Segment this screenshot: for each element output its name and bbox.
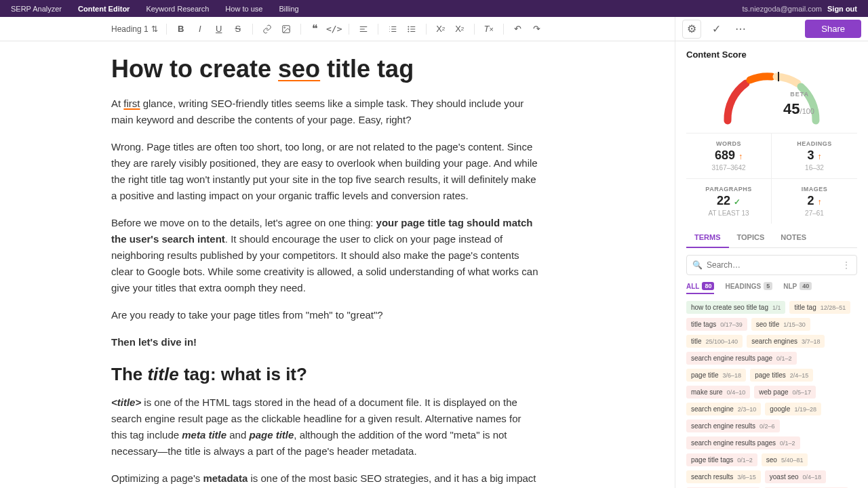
underline-button[interactable]: U [213, 23, 225, 35]
beta-label: BETA [790, 91, 809, 98]
paragraph: Are you ready to take your page titles f… [111, 307, 539, 323]
term-chip[interactable]: search engine results page0/1–2 [686, 352, 797, 365]
chevron-up-down-icon: ⇅ [151, 24, 158, 34]
term-chip[interactable]: yoast seo0/4–18 [765, 470, 826, 483]
term-chip[interactable]: web page0/5–17 [754, 386, 816, 399]
term-chip[interactable]: page titles2/4–15 [750, 369, 813, 382]
quote-button[interactable]: ❝ [309, 23, 321, 35]
svg-point-3 [408, 28, 408, 29]
article-h1: How to create seo title tag [111, 55, 539, 83]
format-dropdown[interactable]: Heading 1 ⇅ [111, 24, 158, 34]
strike-button[interactable]: S [232, 23, 244, 35]
link-button[interactable] [261, 23, 273, 35]
tab-terms[interactable]: TERMS [686, 228, 729, 248]
term-chip[interactable]: title tags0/17–39 [686, 318, 747, 331]
term-chip[interactable]: seo5/40–81 [762, 453, 808, 466]
term-chip[interactable]: search results3/6–15 [686, 470, 761, 483]
settings-button[interactable]: ⚙ [682, 20, 701, 39]
term-chip[interactable]: seo title1/15–30 [751, 318, 810, 331]
redo-button[interactable]: ↷ [531, 23, 543, 35]
term-chip[interactable]: page title3/6–18 [686, 369, 746, 382]
score-gauge: BETA 45/100 [714, 66, 829, 127]
paragraph: At first glance, writing SEO-friendly ti… [111, 96, 539, 128]
svg-point-2 [408, 26, 408, 26]
term-chip[interactable]: search engine results pages0/1–2 [686, 436, 800, 449]
term-chip[interactable]: search engines3/7–18 [747, 335, 825, 348]
search-input[interactable] [707, 260, 837, 270]
undo-button[interactable]: ↶ [512, 23, 524, 35]
tab-topics[interactable]: TOPICS [729, 228, 773, 247]
more-button[interactable]: ⋯ [731, 20, 750, 39]
term-chip[interactable]: title25/100–140 [686, 335, 743, 348]
term-chip[interactable]: how to create seo title tag1/1 [686, 301, 785, 314]
check-button[interactable]: ✓ [707, 20, 726, 39]
user-email: ts.niezgoda@gmail.com [742, 5, 822, 13]
italic-button[interactable]: I [194, 23, 206, 35]
gear-icon: ⚙ [687, 22, 696, 35]
content-score-title: Content Score [686, 49, 857, 60]
paragraph: Wrong. Page titles are often too short, … [111, 139, 539, 204]
clear-format-button[interactable]: T× [483, 23, 495, 35]
bold-button[interactable]: B [175, 23, 187, 35]
top-navbar: SERP Analyzer Content Editor Keyword Res… [0, 0, 868, 17]
nav-billing[interactable]: Billing [279, 5, 298, 13]
terms-search[interactable]: 🔍 ⋮ [686, 255, 857, 275]
term-chip[interactable]: google1/19–28 [765, 403, 821, 415]
paragraph: Optimizing a page's metadata is one of t… [111, 470, 539, 488]
paragraph: <title> is one of the HTML tags stored i… [111, 394, 539, 460]
paragraph: Then let's dive in! [111, 334, 539, 350]
superscript-button[interactable]: X2 [454, 23, 466, 35]
nav-howto[interactable]: How to use [225, 5, 262, 13]
nav-content-editor[interactable]: Content Editor [78, 5, 130, 13]
search-options-icon[interactable]: ⋮ [842, 260, 851, 270]
align-button[interactable] [357, 23, 370, 35]
score-value: 45/100 [783, 100, 814, 118]
svg-point-1 [284, 26, 285, 28]
term-chip[interactable]: search engine2/3–10 [686, 403, 761, 415]
image-button[interactable] [280, 23, 292, 35]
svg-point-4 [408, 30, 408, 31]
nav-keyword[interactable]: Keyword Research [146, 5, 209, 13]
article-h2: The title tag: what is it? [111, 364, 539, 385]
term-chip[interactable]: make sure0/4–10 [686, 386, 750, 399]
sidebar: ⚙ ✓ ⋯ Share Content Score BETA 45/100 WO… [675, 17, 868, 488]
filter-nlp[interactable]: NLP 40 [783, 282, 812, 290]
ordered-list-button[interactable] [387, 23, 399, 35]
filter-headings[interactable]: HEADINGS 5 [725, 282, 772, 290]
share-button[interactable]: Share [805, 20, 861, 38]
dots-icon: ⋯ [735, 22, 746, 35]
sign-out-link[interactable]: Sign out [827, 5, 857, 13]
stat-words: WORDS689 ↑3167–3642 [686, 134, 772, 179]
tab-notes[interactable]: NOTES [772, 228, 814, 247]
editor-content[interactable]: How to create seo title tag At first gla… [0, 41, 675, 488]
unordered-list-button[interactable] [406, 23, 418, 35]
term-chip[interactable]: search engine results0/2–6 [686, 420, 780, 432]
check-circle-icon: ✓ [712, 22, 721, 35]
term-chip[interactable]: page title tags0/1–2 [686, 453, 757, 466]
nav-serp[interactable]: SERP Analyzer [11, 5, 62, 13]
stat-headings: HEADINGS3 ↑16–32 [772, 134, 857, 179]
search-icon: 🔍 [692, 260, 703, 270]
stat-paragraphs: PARAGRAPHS22 ✓AT LEAST 13 [686, 179, 772, 224]
code-button[interactable]: </> [328, 23, 340, 35]
paragraph: Before we move on to the details, let's … [111, 215, 539, 296]
filter-all[interactable]: ALL 80 [686, 282, 714, 294]
editor-toolbar: Heading 1 ⇅ B I U S ❝ </> X2 X2 T× ↶ ↷ [0, 17, 675, 41]
subscript-button[interactable]: X2 [435, 23, 447, 35]
term-chip[interactable]: title tag12/28–51 [789, 301, 850, 314]
stat-images: IMAGES2 ↑27–61 [772, 179, 857, 224]
